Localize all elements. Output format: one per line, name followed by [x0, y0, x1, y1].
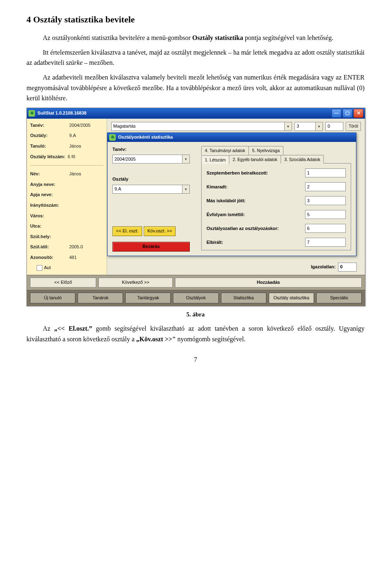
menu-tanarok[interactable]: Tanárok	[78, 293, 123, 303]
auto-label: Aut	[44, 264, 51, 272]
osztaly-label: Osztály:	[30, 132, 67, 139]
szulido-label: Szül.idő:	[30, 243, 67, 251]
tanulo-label: Tanuló:	[30, 143, 67, 150]
p4e: nyomógomb segítségével.	[176, 336, 246, 343]
field-masiskola-label: Más iskolából jött:	[206, 197, 302, 205]
next-record-button[interactable]: Következő >>	[99, 278, 173, 287]
anyja-label: Anyja neve:	[30, 181, 67, 188]
tanev-value: 2004/2005	[69, 122, 103, 129]
tab-letszam[interactable]: 1. Létszám	[201, 155, 229, 164]
utca-label: Utca:	[30, 223, 67, 230]
azon-value: 481	[69, 254, 103, 261]
figure-caption: 5. ábra	[26, 309, 365, 319]
prev-record-button[interactable]: << Előző	[30, 278, 96, 287]
p4b: „<< El.oszt.”	[54, 325, 92, 332]
dialog-titlebar: ※ Osztályonkénti statisztika	[108, 133, 356, 142]
tab-egyeb[interactable]: 2. Egyéb tanulói adatok	[229, 155, 281, 164]
apja-label: Apja neve:	[30, 191, 67, 199]
maximize-button[interactable]: ▢	[343, 109, 352, 118]
tab-tanulmanyi[interactable]: 4. Tanulmányi adatok	[201, 146, 249, 155]
szulido-value: 2005.0	[69, 243, 103, 251]
left-panel: Tanév:2004/2005 Osztály:9.A Tanuló:János…	[27, 119, 107, 275]
next-class-button[interactable]: Köv.oszt. >>	[144, 226, 176, 236]
field-masiskola-input[interactable]: 3	[305, 196, 346, 205]
dialog-title: Osztályonkénti statisztika	[118, 134, 173, 141]
tab-panel-letszam: Szeptemberben beiratkozott:1 Kimaradt:2 …	[201, 163, 351, 250]
dialog-osztaly-combo[interactable]: 9.A	[112, 185, 190, 194]
add-record-button[interactable]: Hozzáadás	[175, 278, 362, 287]
main-titlebar: ※ SuliStat 1.0.2108.16838 — ▢ ✕	[27, 108, 365, 119]
menu-statisztika[interactable]: Statisztika	[221, 293, 266, 303]
dialog-tanev-combo[interactable]: 2004/2005	[112, 155, 190, 164]
field-evfolyam-label: Évfolyam ismétlő:	[206, 211, 302, 219]
chevron-down-icon	[182, 185, 189, 193]
dialog-tanev-label: Tanév:	[112, 146, 194, 153]
field-szept-value: 1	[307, 170, 310, 177]
osztaly-value: 9.A	[69, 132, 103, 139]
grade1-combo[interactable]: 3	[294, 122, 323, 131]
menu-uj-tanulo[interactable]: Új tanuló	[30, 293, 75, 303]
chevron-down-icon	[182, 155, 189, 163]
dialog-tanev-value: 2004/2005	[114, 156, 136, 163]
delete-button[interactable]: Töröl	[346, 122, 361, 131]
record-nav-bar: << Előző Következő >> Hozzáadás	[27, 275, 365, 290]
subject-combo[interactable]: Magatartás	[111, 122, 292, 131]
dialog-osztaly-label: Osztály	[112, 176, 194, 183]
p1a: Az osztályonkénti statisztika bevitelére…	[43, 34, 192, 41]
close-dialog-button[interactable]: Bezárás	[112, 242, 190, 252]
field-szept-label: Szeptemberben beiratkozott:	[206, 170, 302, 177]
minimize-button[interactable]: —	[332, 109, 341, 118]
p1c: pontja segítségével van lehetőség.	[243, 34, 334, 41]
field-osztalyozatlan-value: 6	[307, 225, 310, 232]
p4d: „Köv.oszt >>"	[136, 336, 176, 343]
menu-tantargyak[interactable]: Tantárgyak	[125, 293, 171, 303]
paragraph-2: Itt értelemszerűen kiválasztva a tanévet…	[26, 47, 365, 68]
letszam-label: Osztály létszám:	[30, 153, 65, 161]
dialog-osztaly-value: 9.A	[114, 186, 121, 193]
tab-szocialis[interactable]: 3. Szociális Adatok	[281, 155, 324, 164]
azon-label: Azonosító:	[30, 254, 67, 261]
letszam-value: 6 fő	[68, 153, 103, 161]
tanev-label: Tanév:	[30, 122, 67, 129]
app-icon: ※	[29, 110, 35, 117]
tab-nyelvvizsga[interactable]: 5. Nyelvvizsga	[248, 146, 283, 155]
irszam-label: Irányítószám:	[30, 202, 67, 209]
field-kimaradt-value: 2	[307, 183, 310, 191]
p4a: Az	[43, 325, 54, 332]
auto-checkbox[interactable]: Aut	[37, 264, 103, 272]
szulhely-label: Szül.hely:	[30, 233, 67, 241]
menu-osztalyok[interactable]: Osztályok	[173, 293, 218, 303]
menu-specialis[interactable]: Speciális	[316, 293, 362, 303]
field-kimaradt-label: Kimaradt:	[206, 183, 302, 191]
main-content: Magatartás 3 0 Töröl ※ Osztályonkénti st…	[107, 119, 365, 275]
igazolatlan-input[interactable]: 0	[338, 263, 357, 272]
field-elbiralt-value: 7	[307, 239, 310, 246]
app-window: ※ SuliStat 1.0.2108.16838 — ▢ ✕ Tanév:20…	[26, 108, 365, 306]
main-menu-bar: Új tanuló Tanárok Tantárgyak Osztályok S…	[27, 290, 365, 306]
dialog-icon: ※	[109, 134, 116, 141]
section-heading: 4 Osztály statisztika bevitele	[26, 12, 365, 27]
field-osztalyozatlan-input[interactable]: 6	[305, 224, 346, 233]
field-masiskola-value: 3	[307, 197, 310, 205]
varos-label: Város:	[30, 212, 67, 220]
field-elbiralt-input[interactable]: 7	[305, 238, 346, 247]
field-evfolyam-input[interactable]: 5	[305, 210, 346, 219]
prev-class-button[interactable]: << El. oszt.	[112, 226, 142, 236]
dialog-left: Tanév: 2004/2005 Osztály 9.A	[112, 146, 194, 252]
tanulo-value: János	[69, 143, 103, 150]
p2c: – mezőben.	[83, 59, 114, 66]
p1b: Osztály statisztika	[192, 34, 243, 41]
close-button[interactable]: ✕	[354, 109, 363, 118]
page-number: 7	[26, 354, 365, 365]
grade2-value: 0	[327, 123, 330, 130]
field-szept-input[interactable]: 1	[305, 168, 346, 177]
menu-osztaly-statisztika[interactable]: Osztály statisztika	[269, 293, 314, 303]
igazolatlan-value: 0	[340, 263, 343, 271]
paragraph-3: Az adatbeviteli mezőben kiválasztva vala…	[26, 72, 365, 104]
dialog-right: 4. Tanulmányi adatok 5. Nyelvvizsga 1. L…	[201, 146, 351, 252]
field-evfolyam-value: 5	[307, 211, 310, 219]
field-kimaradt-input[interactable]: 2	[305, 182, 346, 191]
chevron-down-icon	[315, 122, 323, 130]
grade2-field[interactable]: 0	[325, 122, 343, 131]
class-stats-dialog: ※ Osztályonkénti statisztika Tanév: 2004…	[107, 133, 356, 256]
